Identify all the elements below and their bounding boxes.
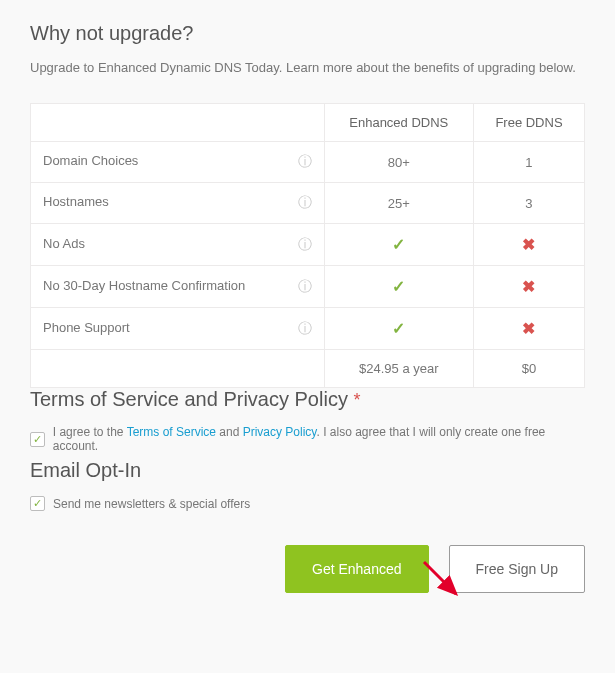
cross-icon: ✖ xyxy=(522,320,535,337)
col-blank xyxy=(31,104,325,142)
check-icon: ✓ xyxy=(392,236,405,253)
free-val: ✖ xyxy=(473,266,584,308)
upgrade-heading: Why not upgrade? xyxy=(30,22,585,45)
info-icon[interactable]: ⓘ xyxy=(298,194,312,212)
check-icon: ✓ xyxy=(392,278,405,295)
table-row: No Ads ⓘ ✓ ✖ xyxy=(31,224,585,266)
get-enhanced-button[interactable]: Get Enhanced xyxy=(285,545,429,593)
feature-label: Hostnames xyxy=(43,194,109,209)
info-icon[interactable]: ⓘ xyxy=(298,278,312,296)
feature-label: Domain Choices xyxy=(43,153,138,168)
compare-table: Enhanced DDNS Free DDNS Domain Choices ⓘ… xyxy=(30,103,585,388)
table-row: Hostnames ⓘ 25+ 3 xyxy=(31,183,585,224)
table-row: Domain Choices ⓘ 80+ 1 xyxy=(31,142,585,183)
feature-label: No Ads xyxy=(43,236,85,251)
price-blank xyxy=(31,350,325,388)
check-icon: ✓ xyxy=(392,320,405,337)
info-icon[interactable]: ⓘ xyxy=(298,236,312,254)
optin-label: Send me newsletters & special offers xyxy=(53,497,250,511)
free-val: ✖ xyxy=(473,224,584,266)
tos-link[interactable]: Terms of Service xyxy=(127,425,216,439)
cross-icon: ✖ xyxy=(522,236,535,253)
info-icon[interactable]: ⓘ xyxy=(298,153,312,171)
privacy-link[interactable]: Privacy Policy xyxy=(243,425,317,439)
email-heading: Email Opt-In xyxy=(30,459,585,482)
cross-icon: ✖ xyxy=(522,278,535,295)
free-val: 1 xyxy=(473,142,584,183)
price-enhanced: $24.95 a year xyxy=(324,350,473,388)
enh-val: ✓ xyxy=(324,308,473,350)
enh-val: ✓ xyxy=(324,266,473,308)
col-free: Free DDNS xyxy=(473,104,584,142)
required-icon: * xyxy=(353,390,360,410)
col-enhanced: Enhanced DDNS xyxy=(324,104,473,142)
upgrade-lead: Upgrade to Enhanced Dynamic DNS Today. L… xyxy=(30,59,585,77)
price-free: $0 xyxy=(473,350,584,388)
enh-val: ✓ xyxy=(324,224,473,266)
free-val: 3 xyxy=(473,183,584,224)
feature-label: Phone Support xyxy=(43,320,130,335)
free-val: ✖ xyxy=(473,308,584,350)
feature-label: No 30-Day Hostname Confirmation xyxy=(43,278,245,293)
table-row: No 30-Day Hostname Confirmation ⓘ ✓ ✖ xyxy=(31,266,585,308)
table-row: Phone Support ⓘ ✓ ✖ xyxy=(31,308,585,350)
info-icon[interactable]: ⓘ xyxy=(298,320,312,338)
tos-text: I agree to the Terms of Service and Priv… xyxy=(53,425,585,453)
enh-val: 25+ xyxy=(324,183,473,224)
optin-checkbox[interactable]: ✓ xyxy=(30,496,45,511)
tos-checkbox[interactable]: ✓ xyxy=(30,432,45,447)
free-sign-up-button[interactable]: Free Sign Up xyxy=(449,545,585,593)
table-row-price: $24.95 a year $0 xyxy=(31,350,585,388)
tos-heading: Terms of Service and Privacy Policy * xyxy=(30,388,585,411)
enh-val: 80+ xyxy=(324,142,473,183)
